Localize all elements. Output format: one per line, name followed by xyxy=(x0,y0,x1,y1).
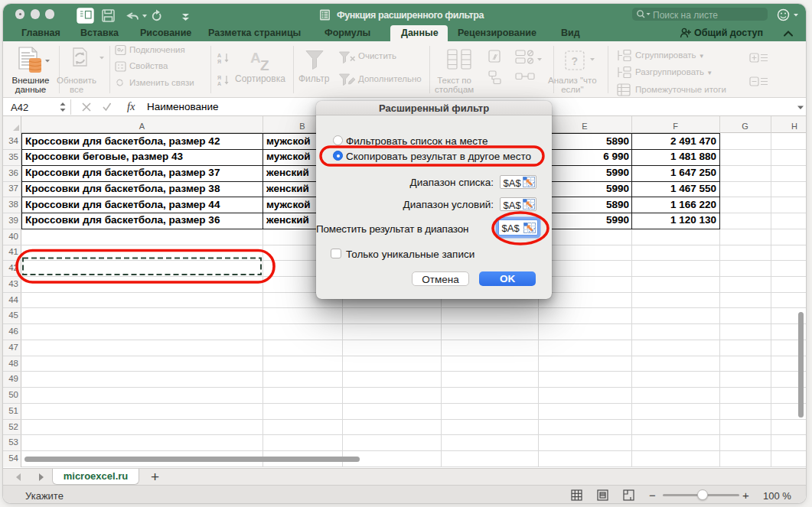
svg-text:Я: Я xyxy=(217,75,221,80)
svg-text:Я: Я xyxy=(217,59,221,64)
svg-text:A: A xyxy=(250,50,261,66)
svg-text:А: А xyxy=(217,81,221,86)
svg-text:Z: Z xyxy=(260,57,269,71)
svg-text:А: А xyxy=(217,53,221,58)
svg-text:?: ? xyxy=(572,55,579,67)
